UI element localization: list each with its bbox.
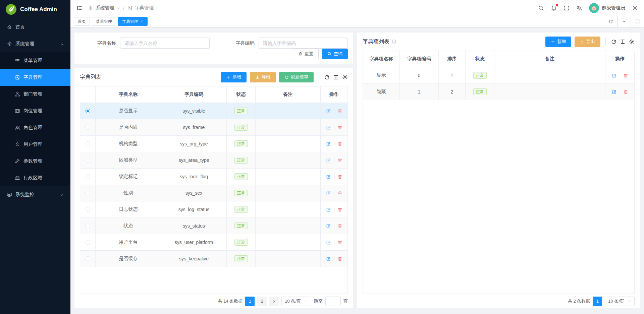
tab-maximize-button[interactable]	[631, 16, 644, 27]
table-refresh-icon[interactable]	[324, 74, 330, 80]
table-refresh-icon[interactable]	[611, 39, 616, 45]
page-number-button[interactable]: 1	[245, 297, 255, 306]
sidebar-subitem[interactable]: 岗位管理	[0, 103, 70, 119]
table-density-icon[interactable]	[333, 74, 339, 80]
refresh-cache-button[interactable]: 刷新缓存	[279, 72, 314, 82]
edit-icon[interactable]	[326, 158, 331, 163]
edit-icon[interactable]	[612, 73, 617, 78]
table-row[interactable]: 显示 0 1 正常	[363, 67, 634, 84]
row-radio[interactable]	[86, 256, 90, 261]
edit-icon[interactable]	[326, 240, 331, 245]
trash-icon[interactable]	[337, 224, 342, 229]
tab[interactable]: 首页	[74, 17, 90, 26]
table-row[interactable]: 状态 sys_status 正常	[80, 218, 347, 234]
table-row[interactable]: 日志状态 sys_log_status 正常	[80, 201, 347, 218]
query-button[interactable]: 查询	[322, 49, 348, 59]
edit-icon[interactable]	[326, 141, 331, 146]
tab-close-icon[interactable]	[140, 20, 144, 23]
sidebar-subitem[interactable]: 角色管理	[0, 119, 70, 136]
edit-icon[interactable]	[326, 125, 331, 130]
col-actions: 操作	[605, 51, 634, 67]
table-row[interactable]: 隐藏 1 2 正常	[363, 84, 634, 100]
row-radio[interactable]	[86, 207, 90, 212]
table-settings-icon[interactable]	[629, 39, 635, 45]
page-size-select[interactable]: 10 条/页	[605, 297, 635, 306]
tab-more-button[interactable]	[617, 16, 631, 27]
table-density-icon[interactable]	[620, 39, 626, 45]
user-menu[interactable]: 超级管理员	[589, 3, 625, 13]
search-icon[interactable]	[538, 5, 544, 11]
trash-icon[interactable]	[337, 109, 342, 114]
sidebar-subitem[interactable]: 部门管理	[0, 86, 70, 103]
page-size-select[interactable]: 10 条/页	[281, 297, 311, 306]
edit-icon[interactable]	[326, 256, 331, 261]
sidebar-subitem[interactable]: 字典管理	[0, 69, 70, 86]
sidebar-subitem[interactable]: 行政区域	[0, 170, 70, 186]
settings-gear-icon[interactable]	[632, 5, 638, 11]
edit-icon[interactable]	[326, 191, 331, 196]
row-radio[interactable]	[86, 125, 90, 130]
menu-fold-icon[interactable]	[76, 5, 83, 11]
row-radio[interactable]	[86, 141, 90, 146]
page-number-button[interactable]: 1	[593, 297, 602, 306]
dict-name-input[interactable]	[120, 38, 210, 49]
fullscreen-icon[interactable]	[564, 5, 570, 11]
edit-icon[interactable]	[326, 207, 331, 212]
sidebar-subitem[interactable]: 菜单管理	[0, 52, 70, 69]
row-radio[interactable]	[86, 109, 90, 113]
trash-icon[interactable]	[337, 174, 342, 179]
reset-button[interactable]: 重置	[293, 49, 319, 59]
translate-icon[interactable]	[576, 5, 582, 11]
sidebar-group-system[interactable]: 系统管理	[0, 36, 70, 52]
tab[interactable]: 菜单管理	[92, 17, 116, 26]
table-row[interactable]: 锁定标记 sys_lock_flag 正常	[80, 169, 347, 185]
trash-icon[interactable]	[337, 191, 342, 196]
breadcrumb-item-system[interactable]: 系统管理	[88, 5, 120, 11]
sidebar-group-monitor[interactable]: 系统监控	[0, 186, 70, 203]
edit-icon[interactable]	[326, 174, 331, 179]
trash-icon[interactable]	[337, 141, 342, 146]
item-add-button[interactable]: 新增	[545, 37, 571, 47]
table-row[interactable]: 是否缓存 sys_keepalive 正常	[80, 251, 347, 267]
dict-export-button[interactable]: 导出	[250, 72, 276, 82]
sidebar-subitem[interactable]: 参数管理	[0, 153, 70, 170]
table-row[interactable]: 用户平台 sys_user_platform 正常	[80, 234, 347, 251]
edit-icon[interactable]	[612, 89, 617, 95]
notifications-button[interactable]	[551, 5, 557, 11]
table-row[interactable]: 是否内嵌 sys_frame 正常	[80, 119, 347, 136]
trash-icon[interactable]	[337, 207, 342, 212]
cell-remark	[256, 251, 321, 267]
tab[interactable]: 字典管理	[118, 17, 148, 26]
table-row[interactable]: 机构类型 sys_org_type 正常	[80, 136, 347, 152]
row-radio[interactable]	[86, 191, 90, 195]
breadcrumb-item-dict: 字典管理	[127, 5, 154, 11]
trash-icon[interactable]	[623, 89, 628, 95]
trash-icon[interactable]	[337, 240, 342, 245]
edit-icon[interactable]	[326, 224, 331, 229]
row-radio[interactable]	[86, 174, 90, 179]
trash-icon[interactable]	[337, 256, 342, 261]
jump-page-input[interactable]	[325, 297, 341, 306]
dict-pagination: 共 14 条数据 1 2 10 条/页 跳至 页	[80, 294, 348, 308]
item-export-button[interactable]: 导出	[575, 37, 600, 47]
dict-add-button[interactable]: 新增	[221, 72, 247, 82]
page-number-button[interactable]: 2	[257, 297, 267, 306]
sidebar-subitem[interactable]: 用户管理	[0, 136, 70, 153]
trash-icon[interactable]	[337, 158, 342, 163]
row-radio[interactable]	[86, 224, 90, 228]
info-icon[interactable]	[392, 39, 396, 44]
sidebar-item-home[interactable]: 首页	[0, 19, 70, 36]
table-settings-icon[interactable]	[342, 74, 348, 80]
row-radio[interactable]	[86, 240, 90, 245]
table-row[interactable]: 性别 sys_sex 正常	[80, 185, 347, 201]
row-radio[interactable]	[86, 158, 90, 163]
col-dict-code: 字典编码	[161, 86, 227, 103]
dict-code-input[interactable]	[259, 38, 348, 49]
tab-refresh-button[interactable]	[604, 16, 617, 27]
edit-icon[interactable]	[326, 109, 331, 114]
next-page-button[interactable]	[269, 297, 279, 306]
table-row[interactable]: 是否显示 sys_visible 正常	[80, 103, 347, 119]
table-row[interactable]: 区域类型 sys_area_type 正常	[80, 152, 347, 169]
trash-icon[interactable]	[337, 125, 342, 130]
trash-icon[interactable]	[623, 73, 628, 78]
